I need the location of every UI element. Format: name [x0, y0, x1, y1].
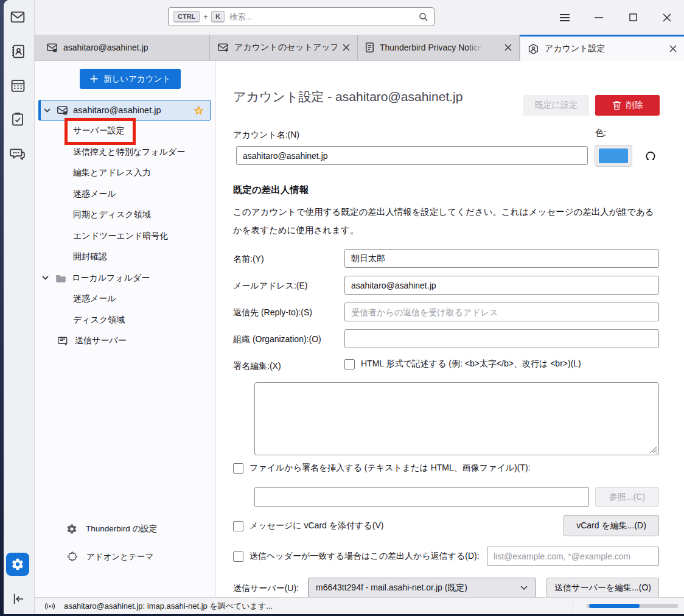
minimize-icon — [595, 16, 603, 19]
account-name-input[interactable] — [236, 146, 588, 165]
close-tab-button[interactable] — [504, 44, 512, 51]
mail-account-icon — [46, 43, 58, 53]
attach-signature-checkbox[interactable] — [233, 463, 243, 474]
browse-button[interactable]: 参照...(C) — [595, 487, 659, 507]
identity-section-heading: 既定の差出人情報 — [233, 184, 309, 197]
account-settings-sidebar: 新しいアカウント asahitaro@asahinet.jp サーバー設定 送信… — [35, 61, 216, 597]
account-row-selected[interactable]: asahitaro@asahinet.jp — [38, 100, 211, 121]
mail-account-icon — [57, 105, 68, 116]
reply-match-input[interactable] — [487, 547, 659, 566]
smtp-label: 送信サーバー(U): — [233, 583, 299, 594]
close-tab-button[interactable] — [343, 44, 350, 51]
chevron-down-icon[interactable] — [42, 276, 49, 280]
address-book-icon — [10, 44, 26, 59]
replyto-label: 返信先 (Reply-to):(S) — [233, 307, 312, 318]
minimize-button[interactable] — [582, 5, 616, 30]
app-window: CTRL + K — [4, 0, 684, 614]
tab-account-setup[interactable]: アカウントのセットアップ — [210, 35, 358, 60]
chevron-down-icon — [520, 586, 528, 590]
sidebar-item-junk[interactable]: 迷惑メール — [35, 184, 215, 205]
resize-grip-icon[interactable] — [650, 446, 657, 453]
smtp-server-select[interactable]: m6643tt294f - mail.asahi-net.or.jp (既定) — [308, 578, 536, 598]
smtp-selected-value: m6643tt294f - mail.asahi-net.or.jp (既定) — [316, 583, 514, 593]
organization-input[interactable] — [344, 329, 659, 348]
signature-html-checkbox[interactable] — [344, 359, 355, 369]
trash-icon — [612, 100, 621, 110]
name-label: 名前:(Y) — [233, 254, 264, 265]
space-chat-button[interactable] — [9, 145, 26, 163]
activity-icon — [43, 601, 57, 612]
color-label: 色: — [595, 128, 606, 139]
email-label: メールアドレス:(E) — [233, 281, 308, 292]
outgoing-server-icon — [57, 336, 69, 346]
account-name-label: アカウント名:(N) — [233, 130, 299, 141]
reply-match-checkbox[interactable] — [233, 551, 243, 562]
replyto-input[interactable] — [344, 303, 659, 321]
sidebar-item-addons-themes[interactable]: アドオンとテーマ — [35, 548, 153, 566]
shortcut-k-key: K — [211, 11, 225, 23]
mail-icon — [10, 9, 26, 25]
sidebar-item-server-settings[interactable]: サーバー設定 — [35, 121, 215, 142]
signature-label: 署名編集:(X) — [233, 361, 281, 372]
signature-file-input[interactable] — [254, 487, 589, 507]
progress-area — [573, 598, 678, 614]
page-title: アカウント設定 - asahitaro@asahinet.jp — [233, 88, 462, 105]
sidebar-item-return-receipts[interactable]: 開封確認 — [35, 247, 215, 268]
hamburger-icon — [559, 13, 570, 22]
sidebar-item-local-disk[interactable]: ディスク領域 — [35, 310, 215, 331]
account-settings-panel: アカウント設定 - asahitaro@asahinet.jp 既定に設定 削除… — [216, 61, 684, 597]
edit-vcard-button[interactable]: vCard を編集...(D) — [564, 515, 659, 536]
sidebar-item-composition[interactable]: 編集とアドレス入力 — [35, 163, 215, 184]
space-mail-button[interactable] — [9, 9, 26, 26]
signature-editor — [254, 382, 659, 455]
reply-match-row: 送信ヘッダーが一致する場合はこの差出人から返信する(D): — [233, 551, 480, 562]
chevron-down-icon[interactable] — [44, 108, 51, 113]
app-menu-button[interactable] — [548, 5, 582, 30]
tab-privacy-notice[interactable]: Thunderbird Privacy Notice — [358, 35, 520, 60]
space-tasks-button[interactable] — [9, 111, 26, 128]
maximize-button[interactable] — [616, 5, 650, 30]
status-bar: asahitaro@asahinet.jp: imap.asahi-net.jp… — [35, 597, 684, 614]
attach-signature-row: ファイルから署名を挿入する (テキストまたは HTML、画像ファイル)(T): — [233, 463, 531, 474]
sidebar-item-local-folders[interactable]: ローカルフォルダー — [35, 268, 215, 289]
account-color-swatch-inner — [599, 149, 628, 163]
sidebar-item-local-junk[interactable]: 迷惑メール — [35, 289, 215, 310]
space-address-book-button[interactable] — [9, 43, 26, 60]
folder-icon — [55, 273, 66, 283]
default-account-star-icon — [194, 105, 204, 116]
shortcut-ctrl-key: CTRL — [173, 11, 200, 23]
sidebar-item-copies-folders[interactable]: 送信控えと特別なフォルダー — [35, 142, 215, 163]
search-input[interactable] — [228, 12, 414, 22]
settings-space-button[interactable] — [6, 553, 29, 576]
account-color-swatch[interactable] — [595, 145, 632, 167]
account-settings-icon — [528, 43, 539, 55]
edit-smtp-button[interactable]: 送信サーバーを編集...(O) — [546, 578, 659, 598]
sidebar-item-outgoing-server[interactable]: 送信サーバー — [35, 331, 215, 352]
search-icon — [418, 12, 429, 23]
sidebar-item-e2e-encryption[interactable]: エンドツーエンド暗号化 — [35, 226, 215, 247]
set-default-button[interactable]: 既定に設定 — [523, 95, 589, 116]
close-window-button[interactable] — [650, 5, 684, 30]
global-search[interactable]: CTRL + K — [168, 7, 434, 26]
mail-setup-icon — [217, 43, 229, 53]
vcard-checkbox[interactable] — [233, 521, 243, 531]
color-reset-button[interactable] — [643, 149, 658, 163]
delete-account-button[interactable]: 削除 — [595, 95, 660, 116]
email-input[interactable] — [344, 276, 659, 295]
new-account-button[interactable]: 新しいアカウント — [80, 69, 181, 89]
settings-gear-icon — [11, 558, 24, 571]
gear-icon — [66, 523, 77, 534]
close-tab-button[interactable] — [669, 45, 677, 52]
reply-match-label: 送信ヘッダーが一致する場合はこの差出人から返信する(D): — [250, 551, 480, 562]
tab-label: アカウント設定 — [545, 43, 605, 54]
signature-textarea[interactable] — [254, 382, 659, 455]
tab-account-settings[interactable]: アカウント設定 — [520, 35, 684, 61]
space-calendar-button[interactable] — [9, 77, 26, 94]
name-input[interactable] — [344, 249, 659, 268]
collapse-spaces-button[interactable] — [10, 590, 27, 607]
sidebar-item-sync-disk[interactable]: 同期とディスク領域 — [35, 205, 215, 226]
spaces-toolbar — [4, 0, 35, 614]
tab-mail-account[interactable]: asahitaro@asahinet.jp — [39, 35, 210, 60]
sidebar-item-thunderbird-settings[interactable]: Thunderbird の設定 — [35, 520, 157, 538]
window-controls — [548, 0, 684, 35]
